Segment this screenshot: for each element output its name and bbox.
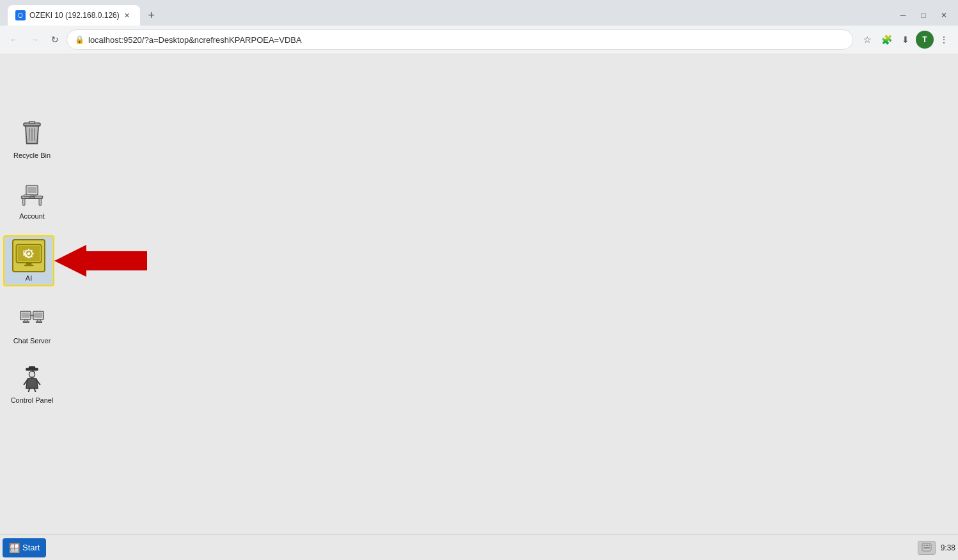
download-button[interactable]: ⬇ [897, 31, 915, 49]
control-panel-icon[interactable]: Control Panel [6, 360, 58, 407]
browser-chrome: O OZEKI 10 (192.168.0.126) ✕ + ─ □ ✕ ← →… [0, 0, 958, 54]
account-icon[interactable]: Account [6, 176, 58, 223]
taskbar: 🪟 Start 9:38 [0, 534, 958, 560]
svg-rect-7 [39, 198, 42, 205]
svg-rect-40 [29, 367, 35, 369]
start-button[interactable]: 🪟 Start [3, 538, 46, 557]
address-text: localhost:9520/?a=Desktop&ncrefreshKPARP… [88, 35, 302, 45]
recycle-bin-image [17, 118, 47, 148]
address-input[interactable]: 🔒 localhost:9520/?a=Desktop&ncrefreshKPA… [67, 29, 853, 50]
tab-bar: O OZEKI 10 (192.168.0.126) ✕ + ─ □ ✕ [0, 0, 958, 26]
svg-rect-33 [35, 313, 43, 318]
svg-rect-51 [929, 545, 930, 546]
control-panel-label: Control Panel [11, 396, 54, 405]
svg-line-24 [31, 250, 33, 251]
start-label: Start [22, 543, 40, 552]
svg-point-16 [27, 253, 30, 255]
ai-label: AI [26, 274, 32, 283]
bookmark-button[interactable]: ☆ [858, 31, 876, 49]
lock-icon: 🔒 [75, 35, 84, 44]
extensions-button[interactable]: 🧩 [877, 31, 895, 49]
chat-server-icon[interactable]: Chat Server [6, 300, 58, 348]
svg-rect-6 [22, 198, 25, 205]
address-bar: ← → ↻ 🔒 localhost:9520/?a=Desktop&ncrefr… [0, 26, 958, 54]
taskbar-time: 9:38 [941, 543, 955, 552]
svg-point-38 [32, 315, 35, 317]
svg-rect-50 [926, 545, 928, 546]
svg-line-22 [31, 256, 33, 258]
account-label: Account [19, 212, 45, 221]
svg-line-4 [35, 128, 35, 141]
recycle-bin-label: Recycle Bin [13, 151, 51, 160]
recycle-bin-icon[interactable]: Recycle Bin [6, 115, 58, 162]
svg-rect-49 [923, 545, 925, 546]
svg-rect-35 [36, 322, 42, 323]
menu-button[interactable]: ⋮ [935, 31, 953, 49]
desktop: Recycle Bin Account [0, 54, 958, 534]
svg-rect-52 [923, 547, 930, 548]
active-tab[interactable]: O OZEKI 10 (192.168.0.126) ✕ [8, 5, 140, 26]
ai-icon[interactable]: AI [3, 235, 54, 286]
svg-rect-26 [24, 265, 33, 266]
profile-button[interactable]: T [916, 31, 934, 49]
tab-favicon: O [15, 10, 26, 20]
svg-rect-29 [22, 313, 30, 318]
svg-rect-31 [23, 322, 29, 323]
svg-line-46 [29, 389, 30, 393]
tab-title: OZEKI 10 (192.168.0.126) [29, 11, 120, 20]
browser-action-icons: ☆ 🧩 ⬇ T ⋮ [858, 31, 953, 49]
svg-rect-25 [26, 263, 32, 265]
svg-point-43 [29, 371, 35, 377]
svg-line-21 [26, 250, 27, 251]
control-panel-image [17, 362, 47, 393]
svg-point-37 [29, 315, 32, 317]
start-icon: 🪟 [9, 543, 20, 553]
tab-close-button[interactable]: ✕ [122, 10, 132, 20]
red-arrow-annotation [54, 245, 147, 277]
chat-server-image [17, 303, 47, 334]
svg-line-47 [35, 389, 36, 393]
window-controls: ─ □ ✕ [894, 6, 953, 24]
account-image [17, 178, 47, 209]
minimize-button[interactable]: ─ [894, 6, 912, 24]
back-button[interactable]: ← [5, 31, 23, 49]
svg-line-23 [26, 256, 27, 258]
ai-image [12, 239, 45, 272]
maximize-button[interactable]: □ [915, 6, 932, 24]
chat-server-label: Chat Server [13, 336, 51, 345]
close-button[interactable]: ✕ [935, 6, 953, 24]
svg-rect-1 [29, 121, 35, 124]
svg-marker-27 [54, 245, 147, 277]
svg-rect-12 [24, 195, 31, 197]
forward-button[interactable]: → [26, 31, 43, 49]
svg-rect-9 [27, 187, 37, 193]
keyboard-indicator [918, 541, 936, 555]
reload-button[interactable]: ↻ [46, 31, 64, 49]
svg-line-2 [29, 128, 29, 141]
taskbar-right: 9:38 [918, 541, 955, 555]
new-tab-button[interactable]: + [143, 6, 161, 24]
